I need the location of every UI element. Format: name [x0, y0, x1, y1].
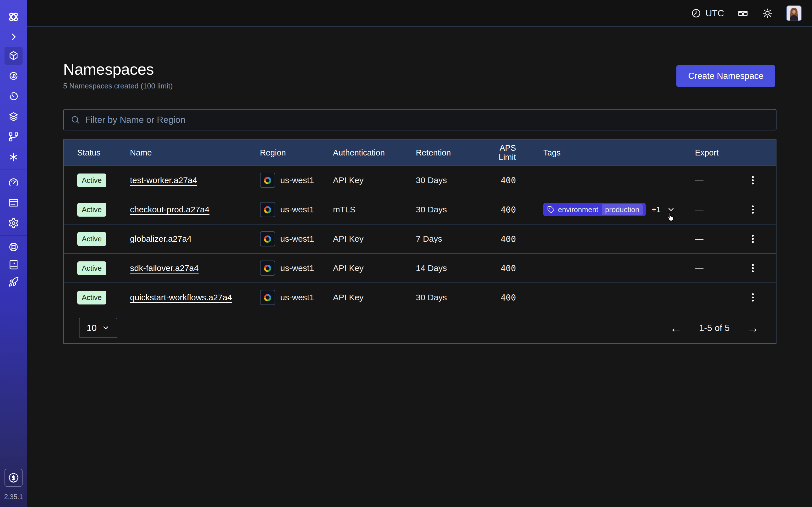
- sidebar-item-schedules[interactable]: [0, 86, 27, 107]
- tag-chip[interactable]: environment production: [543, 203, 646, 216]
- column-header-aps-limit: APS Limit: [481, 144, 516, 162]
- spiral-icon: [8, 70, 19, 82]
- cube-icon: [8, 50, 19, 61]
- retention-label: 30 Days: [416, 293, 481, 302]
- sidebar: 2.35.1: [0, 0, 27, 507]
- sidebar-item-support[interactable]: [0, 238, 27, 256]
- tag-chip-group: environment production +1: [543, 203, 695, 216]
- sidebar-divider: [0, 170, 27, 170]
- kebab-icon: [747, 233, 758, 244]
- sidebar-item-settings[interactable]: [0, 213, 27, 233]
- column-header-export: Export: [695, 148, 762, 158]
- layers-icon: [8, 111, 19, 122]
- aps-limit-value: 400: [481, 234, 516, 244]
- lifebuoy-icon: [8, 242, 19, 252]
- page-subtitle: 5 Namespaces created (100 limit): [63, 82, 776, 91]
- rocket-icon: [8, 277, 19, 287]
- kebab-icon: [747, 263, 758, 274]
- temporal-logo[interactable]: [0, 0, 27, 28]
- chevron-down-icon: [102, 324, 110, 332]
- region-label: us-west1: [280, 175, 314, 185]
- tag-icon: [547, 206, 555, 213]
- namespace-link[interactable]: checkout-prod.a27a4: [130, 205, 209, 214]
- kebab-menu-button[interactable]: [747, 263, 758, 274]
- table-footer: 10 ← 1-5 of 5 →: [64, 312, 776, 343]
- plan-usage-button[interactable]: [4, 469, 22, 487]
- main-content: Namespaces 5 Namespaces created (100 lim…: [27, 27, 812, 507]
- status-badge: Active: [77, 291, 106, 304]
- namespace-link[interactable]: test-worker.a27a4: [130, 175, 197, 185]
- auth-label: API Key: [333, 263, 416, 273]
- status-badge: Active: [77, 232, 106, 246]
- column-header-retention: Retention: [416, 148, 481, 158]
- table-body: Active test-worker.a27a4 us-west1 API Ke…: [64, 165, 776, 312]
- status-badge: Active: [77, 173, 106, 187]
- page-size-select[interactable]: 10: [79, 318, 117, 338]
- sidebar-item-getting-started[interactable]: [0, 273, 27, 291]
- branch-icon: [8, 131, 19, 143]
- table-row: Active checkout-prod.a27a4 us-west1 mTLS…: [64, 194, 776, 224]
- kebab-menu-button[interactable]: [747, 204, 758, 215]
- retention-label: 14 Days: [416, 263, 481, 273]
- aps-limit-value: 400: [481, 175, 516, 185]
- auth-label: API Key: [333, 234, 416, 244]
- retention-label: 30 Days: [416, 175, 481, 185]
- region-label: us-west1: [280, 263, 314, 273]
- kebab-icon: [747, 204, 758, 215]
- sidebar-expand-button[interactable]: [0, 28, 27, 46]
- status-badge: Active: [77, 262, 106, 275]
- column-header-tags: Tags: [516, 148, 695, 158]
- aps-limit-value: 400: [481, 293, 516, 302]
- column-header-region: Region: [260, 148, 333, 158]
- sidebar-item-usage[interactable]: [0, 172, 27, 193]
- retention-label: 30 Days: [416, 205, 481, 214]
- sidebar-item-namespaces[interactable]: [0, 46, 27, 66]
- sidebar-item-branches[interactable]: [0, 127, 27, 147]
- gcp-logo-icon: [260, 261, 275, 276]
- create-namespace-button[interactable]: Create Namespace: [676, 65, 775, 87]
- kebab-menu-button[interactable]: [747, 292, 758, 303]
- timer-icon: [8, 91, 19, 102]
- column-header-status: Status: [77, 148, 130, 158]
- page-size-value: 10: [87, 323, 97, 333]
- kebab-menu-button[interactable]: [747, 233, 758, 244]
- export-value: —: [695, 205, 703, 214]
- table-row: Active quickstart-workflows.a27a4 us-wes…: [64, 283, 776, 312]
- sidebar-item-nexus[interactable]: [0, 147, 27, 167]
- gcp-logo-icon: [260, 290, 275, 305]
- filter-bar: [63, 109, 776, 130]
- export-value: —: [695, 293, 703, 302]
- theme-toggle-button[interactable]: [762, 8, 773, 19]
- topbar: UTC: [27, 0, 812, 27]
- user-avatar[interactable]: [786, 5, 802, 21]
- namespaces-table: StatusNameRegionAuthenticationRetentionA…: [63, 139, 776, 344]
- kebab-icon: [747, 292, 758, 303]
- book-sparkle-icon: [8, 259, 19, 270]
- status-badge: Active: [77, 203, 106, 217]
- filter-input[interactable]: [85, 115, 769, 125]
- auth-label: API Key: [333, 175, 416, 185]
- asterisk-icon: [8, 152, 19, 163]
- prev-page-button[interactable]: ←: [670, 322, 682, 334]
- namespace-link[interactable]: sdk-failover.a27a4: [130, 263, 199, 273]
- timezone-button[interactable]: UTC: [691, 8, 724, 18]
- namespace-link[interactable]: quickstart-workflows.a27a4: [130, 293, 232, 302]
- timezone-label: UTC: [705, 8, 724, 18]
- tag-key: environment: [558, 205, 598, 214]
- labs-toggle-button[interactable]: [737, 7, 749, 19]
- gcp-logo-icon: [260, 202, 275, 217]
- namespace-link[interactable]: globalizer.a27a4: [130, 234, 192, 243]
- gear-icon: [8, 217, 19, 229]
- sidebar-item-deployments[interactable]: [0, 107, 27, 127]
- sidebar-item-billing[interactable]: [0, 193, 27, 213]
- next-page-button[interactable]: →: [747, 322, 759, 334]
- gcp-logo-icon: [260, 231, 275, 246]
- kebab-menu-button[interactable]: [747, 175, 758, 186]
- chevron-down-icon[interactable]: [667, 205, 675, 214]
- tags-more-count[interactable]: +1: [652, 205, 661, 214]
- avatar-image: [786, 6, 801, 20]
- sidebar-item-docs[interactable]: [0, 256, 27, 273]
- app-version: 2.35.1: [4, 493, 23, 501]
- sidebar-item-workflows[interactable]: [0, 66, 27, 86]
- table-row: Active sdk-failover.a27a4 us-west1 API K…: [64, 253, 776, 283]
